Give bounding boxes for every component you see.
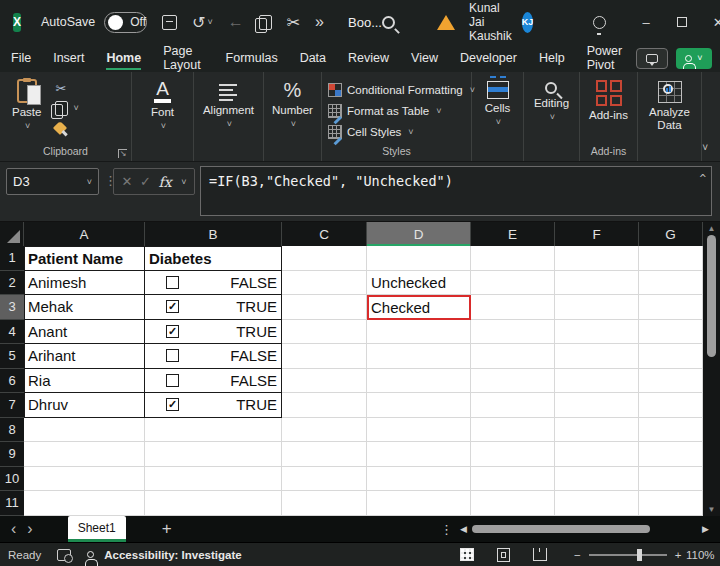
column-header-b[interactable]: B (145, 222, 282, 246)
cell-a11[interactable] (24, 491, 145, 516)
cell-d10[interactable] (367, 467, 471, 492)
vertical-scrollbar-thumb[interactable] (707, 235, 716, 357)
excel-logo-icon[interactable]: X (13, 13, 21, 32)
cell-a1[interactable]: Patient Name (24, 246, 145, 271)
cell-d1[interactable] (367, 246, 471, 271)
cell-b2[interactable]: FALSE (145, 271, 282, 296)
search-button[interactable] (382, 16, 395, 29)
row-header[interactable]: 7 (0, 393, 24, 418)
cell-g4[interactable] (639, 320, 703, 345)
cell-e7[interactable] (471, 393, 555, 418)
cell-f5[interactable] (555, 344, 639, 369)
cell-c9[interactable] (282, 442, 367, 467)
cell-f10[interactable] (555, 467, 639, 492)
zoom-slider[interactable] (589, 554, 667, 556)
font-menu-button[interactable]: A Font ˅ (151, 72, 174, 144)
checkbox-unchecked[interactable] (166, 349, 179, 362)
tab-data[interactable]: Data (289, 44, 337, 72)
cell-f3[interactable] (555, 295, 639, 320)
cell-g3[interactable] (639, 295, 703, 320)
comments-button[interactable] (636, 48, 668, 69)
column-header-d[interactable]: D (367, 222, 471, 246)
cell-b10[interactable] (145, 467, 282, 492)
row-header[interactable]: 8 (0, 418, 24, 443)
checkbox-checked[interactable]: ✓ (166, 300, 179, 313)
checkbox-checked[interactable]: ✓ (166, 398, 179, 411)
more-commands-button[interactable]: » (315, 13, 324, 31)
cell-d3-selected[interactable]: Checked (367, 295, 471, 320)
cell-c8[interactable] (282, 418, 367, 443)
cut-button[interactable]: ✂ (287, 13, 300, 32)
conditional-formatting-button[interactable]: Conditional Formatting ˅ (328, 81, 475, 99)
checkbox-unchecked[interactable] (166, 374, 179, 387)
undo-button[interactable]: ↺ ˅ (192, 13, 213, 32)
cell-c7[interactable] (282, 393, 367, 418)
cell-b5[interactable]: FALSE (145, 344, 282, 369)
checkbox-checked[interactable]: ✓ (166, 325, 179, 338)
tab-insert[interactable]: Insert (42, 44, 95, 72)
zoom-slider-thumb[interactable] (637, 549, 642, 561)
row-header-selected[interactable]: 3 (0, 295, 24, 320)
next-sheet-button[interactable]: › (27, 520, 43, 538)
share-button[interactable]: ˅ (676, 48, 712, 69)
warning-icon[interactable] (437, 15, 455, 30)
addins-button[interactable]: Add-ins (589, 72, 628, 144)
cell-e11[interactable] (471, 491, 555, 516)
column-header-a[interactable]: A (24, 222, 145, 246)
cell-g1[interactable] (639, 246, 703, 271)
copy-button[interactable] (259, 15, 272, 30)
column-header-f[interactable]: F (555, 222, 639, 246)
tab-sheet1[interactable]: Sheet1 (68, 516, 126, 542)
cancel-button[interactable]: ✕ (122, 174, 133, 189)
row-header[interactable]: 1 (0, 246, 24, 271)
cell-c3[interactable] (282, 295, 367, 320)
cell-g8[interactable] (639, 418, 703, 443)
row-header[interactable]: 6 (0, 369, 24, 394)
cell-a9[interactable] (24, 442, 145, 467)
maximize-button[interactable] (664, 0, 700, 44)
cell-b6[interactable]: FALSE (145, 369, 282, 394)
cell-b3[interactable]: ✓ TRUE (145, 295, 282, 320)
cell-f7[interactable] (555, 393, 639, 418)
insert-function-button[interactable]: fx (159, 174, 172, 190)
cell-c2[interactable] (282, 271, 367, 296)
cell-g10[interactable] (639, 467, 703, 492)
accessibility-status[interactable]: Accessibility: Investigate (104, 549, 241, 561)
cell-a7[interactable]: Dhruv (24, 393, 145, 418)
vertical-scrollbar[interactable]: ▲ ▼ (703, 222, 720, 516)
tell-me-button[interactable] (563, 16, 606, 29)
row-header[interactable]: 10 (0, 467, 24, 492)
number-menu-button[interactable]: % Number ˅ (272, 72, 313, 144)
cell-e6[interactable] (471, 369, 555, 394)
copy-button[interactable]: ˅ (55, 100, 78, 116)
tab-formulas[interactable]: Formulas (215, 44, 289, 72)
name-box[interactable]: D3 ˅ (6, 168, 99, 195)
cell-g9[interactable] (639, 442, 703, 467)
cell-g5[interactable] (639, 344, 703, 369)
checkbox-unchecked[interactable] (166, 276, 179, 289)
cell-c10[interactable] (282, 467, 367, 492)
format-painter-button[interactable] (55, 120, 78, 136)
cell-c5[interactable] (282, 344, 367, 369)
row-header[interactable]: 4 (0, 320, 24, 345)
tab-view[interactable]: View (400, 44, 449, 72)
cell-f8[interactable] (555, 418, 639, 443)
add-sheet-button[interactable]: + (162, 519, 172, 539)
format-as-table-button[interactable]: Format as Table ˅ (328, 102, 442, 120)
tab-page-layout[interactable]: Page Layout (152, 44, 214, 72)
collapse-ribbon-button[interactable]: ˅ (702, 142, 708, 153)
tab-help[interactable]: Help (528, 44, 576, 72)
macro-record-icon[interactable] (57, 549, 71, 561)
cell-b9[interactable] (145, 442, 282, 467)
save-button[interactable] (162, 15, 177, 30)
cut-button[interactable]: ✂ (55, 80, 78, 96)
scroll-right-icon[interactable]: ▶ (702, 524, 709, 534)
cell-c6[interactable] (282, 369, 367, 394)
cell-e4[interactable] (471, 320, 555, 345)
editing-menu-button[interactable]: Editing ˅ (534, 72, 569, 144)
cell-g7[interactable] (639, 393, 703, 418)
cell-b8[interactable] (145, 418, 282, 443)
cell-d4[interactable] (367, 320, 471, 345)
dialog-launcher-icon[interactable]: ↘ (118, 149, 127, 158)
page-layout-view-icon[interactable] (497, 548, 510, 562)
